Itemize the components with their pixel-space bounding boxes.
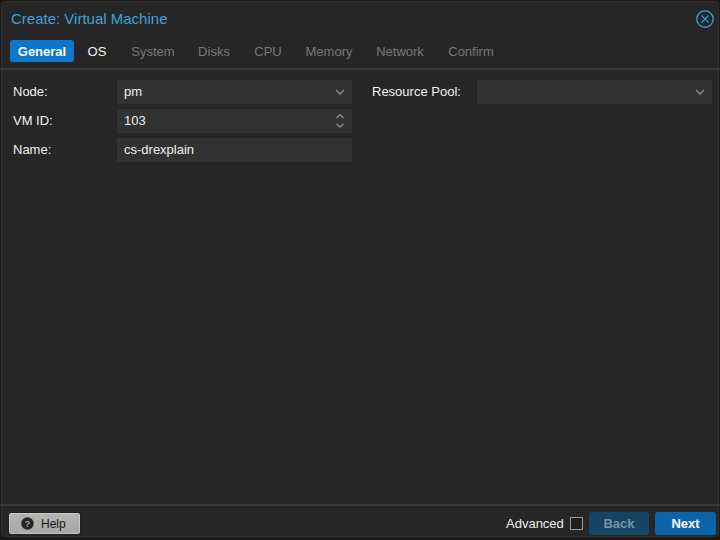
svg-text:?: ?	[25, 519, 31, 529]
